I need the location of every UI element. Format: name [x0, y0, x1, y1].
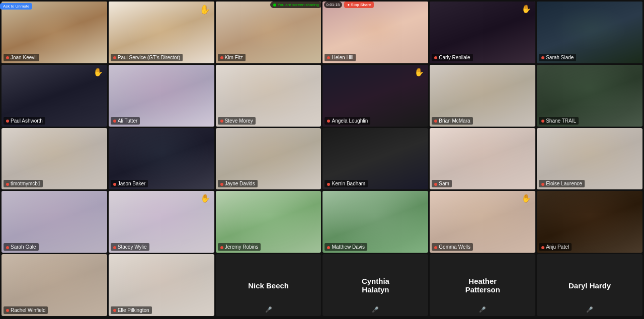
participant-cell-sarah-gale: Sarah Gale	[2, 191, 107, 253]
call-timer: 0:01:15	[324, 2, 343, 8]
participant-name-brian: Brian McMara	[432, 117, 472, 125]
participant-cell-heather: Heather Patterson 🎤	[430, 254, 535, 316]
ask-unmute-area: Ask to Unmute	[0, 3, 32, 10]
participant-name-angela: Angela Loughlin	[325, 117, 370, 125]
participant-name-sarah-slade: Sarah Slade	[539, 54, 576, 61]
participant-name-jason: Jason Baker	[111, 180, 148, 187]
participant-name-kerrin: Kerrin Badham	[325, 180, 368, 187]
participant-cell-jason: Jason Baker	[109, 128, 214, 190]
participant-name-sam: Sam	[432, 180, 452, 187]
participant-cell-brian: Brian McMara	[430, 65, 535, 127]
stop-share-button[interactable]: ● Stop Share	[344, 2, 374, 8]
participant-center-name-cynthia-h: Cynthia Halatyn	[349, 277, 402, 294]
participant-name-gemma: Gemma Wells	[432, 243, 473, 251]
participant-name-steve: Steve Morey	[218, 117, 256, 125]
participant-cell-rachel: Rachel Winfield	[2, 254, 107, 316]
participant-name-ali: Ali Tutter	[111, 117, 140, 125]
participant-name-carly: Carly Renilale	[432, 54, 472, 61]
participant-cell-nick: Nick Beech 🎤	[216, 254, 321, 316]
screen-sharing-status: You are screen sharing	[270, 2, 322, 8]
participant-name-anju: Anju Patel	[539, 243, 572, 251]
participant-cell-angela: ✋ Angela Loughlin	[323, 65, 428, 127]
participant-name-paul-ash: Paul Ashworth	[4, 117, 45, 125]
participant-cell-kerrin: Kerrin Badham	[323, 128, 428, 190]
participant-cell-matthew: Matthew Davis	[323, 191, 428, 253]
participant-cell-paul-ash: ✋ Paul Ashworth	[2, 65, 107, 127]
participant-cell-anju: Anju Patel	[537, 191, 642, 253]
participant-cell-elle: Elle Pilkington	[109, 254, 214, 316]
participant-name-stacey: Stacey Wylie	[111, 243, 149, 251]
participant-name-jeremy: Jeremy Robins	[218, 243, 261, 251]
participant-cell-sarah-slade: Sarah Slade	[537, 2, 642, 63]
participant-name-shane: Shane TRAIL	[539, 117, 579, 125]
participant-name-eloise: Eloise Laurence	[539, 180, 585, 187]
participant-name-paul-service: Paul Service (GT's Director)	[111, 54, 183, 61]
participant-cell-ali: Ali Tutter	[109, 65, 214, 127]
participant-center-name-daryl: Daryl Hardy	[569, 281, 611, 289]
participant-name-matthew: Matthew Davis	[325, 243, 367, 251]
video-grid: Joan Keevil ✋ Paul Service (GT's Directo…	[0, 0, 644, 319]
participant-center-name-heather: Heather Patterson	[456, 277, 509, 294]
participant-cell-shane: Shane TRAIL	[537, 65, 642, 127]
participant-cell-gemma: ✋ Gemma Wells	[430, 191, 535, 253]
participant-name-helen: Helen Hill	[325, 54, 356, 61]
ask-unmute-button[interactable]: Ask to Unmute	[0, 3, 32, 10]
participant-center-name-nick: Nick Beech	[248, 281, 289, 289]
participant-cell-kim: Kim Fitz	[216, 2, 321, 63]
participant-cell-jayne: Jayne Davids	[216, 128, 321, 190]
participant-cell-tim: timotmymcb1	[2, 128, 107, 190]
participant-cell-jeremy: Jeremy Robins	[216, 191, 321, 253]
participant-name-tim: timotmymcb1	[4, 180, 43, 187]
participant-cell-daryl: Daryl Hardy 🎤	[537, 254, 642, 316]
participant-cell-steve: Steve Morey	[216, 65, 321, 127]
participant-cell-carly: ✋ Carly Renilale	[430, 2, 535, 63]
participant-cell-paul-service: ✋ Paul Service (GT's Director)	[109, 2, 214, 63]
participant-cell-sam: Sam	[430, 128, 535, 190]
participant-name-sarah-gale: Sarah Gale	[4, 243, 39, 251]
participant-name-rachel: Rachel Winfield	[4, 306, 48, 314]
participant-name-kim: Kim Fitz	[218, 54, 246, 61]
status-bar: You are screen sharing 0:01:15 ● Stop Sh…	[221, 2, 423, 8]
participant-cell-stacey: ✋ Stacey Wylie	[109, 191, 214, 253]
participant-cell-helen: Helen Hill	[323, 2, 428, 63]
participant-name-elle: Elle Pilkington	[111, 306, 152, 314]
participant-cell-joan: Joan Keevil	[2, 2, 107, 63]
participant-cell-eloise: Eloise Laurence	[537, 128, 642, 190]
participant-name-joan: Joan Keevil	[4, 54, 39, 61]
participant-cell-cynthia-h: Cynthia Halatyn 🎤	[323, 254, 428, 316]
participant-name-jayne: Jayne Davids	[218, 180, 258, 187]
